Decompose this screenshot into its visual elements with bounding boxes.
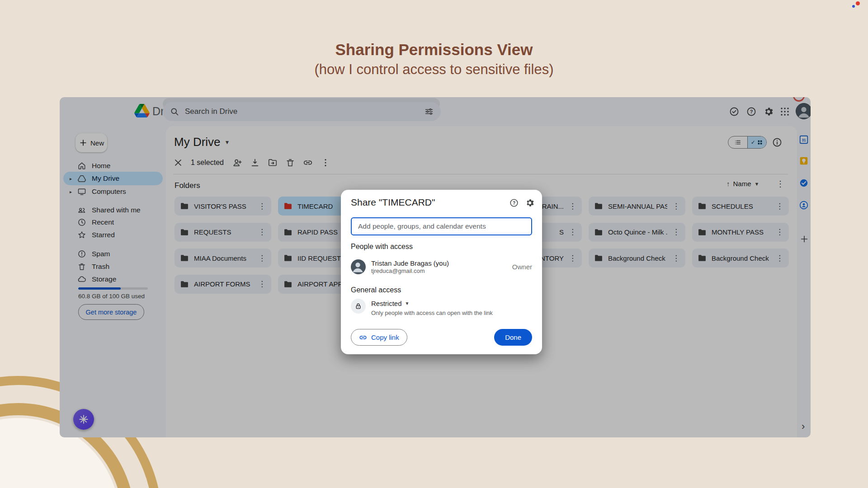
person-meta: Tristan Jude Bragas (you) tjreduca@gmail… <box>371 259 449 274</box>
help-icon[interactable]: ? <box>509 198 519 208</box>
done-button[interactable]: Done <box>494 329 532 346</box>
add-people-input[interactable] <box>351 217 532 235</box>
access-description: Only people with access can open with th… <box>371 310 493 316</box>
svg-text:?: ? <box>513 201 515 206</box>
person-name: Tristan Jude Bragas (you) <box>371 259 449 267</box>
person-role: Owner <box>512 263 532 271</box>
access-meta: Restricted ▼ Only people with access can… <box>371 299 493 316</box>
person-access-row[interactable]: Tristan Jude Bragas (you) tjreduca@gmail… <box>351 257 532 277</box>
copy-link-label: Copy link <box>371 333 399 341</box>
blue-dot <box>852 5 855 8</box>
general-access-heading: General access <box>351 286 401 294</box>
access-level-dropdown[interactable]: Restricted ▼ <box>371 300 493 307</box>
general-access-row: Restricted ▼ Only people with access can… <box>351 299 532 316</box>
drive-window: Drive Search in Drive ? New Home ▸ My Dr… <box>60 97 811 437</box>
access-level-label: Restricted <box>371 300 402 307</box>
person-avatar <box>351 259 366 274</box>
copy-link-button[interactable]: Copy link <box>351 329 407 346</box>
person-email: tjreduca@gmail.com <box>371 267 449 274</box>
chevron-down-icon: ▼ <box>405 301 410 306</box>
share-settings-gear-icon[interactable] <box>525 198 535 208</box>
people-with-access-heading: People with access <box>351 243 413 251</box>
slide-title: Sharing Permissions View <box>0 41 868 59</box>
share-dialog: Share "TIMECARD" ? People with access Tr… <box>341 190 542 354</box>
slide-subtitle: (how I control access to sensitive files… <box>0 61 868 78</box>
dialog-title: Share "TIMECARD" <box>351 197 435 208</box>
red-dot <box>856 1 860 5</box>
lock-icon <box>351 299 366 314</box>
